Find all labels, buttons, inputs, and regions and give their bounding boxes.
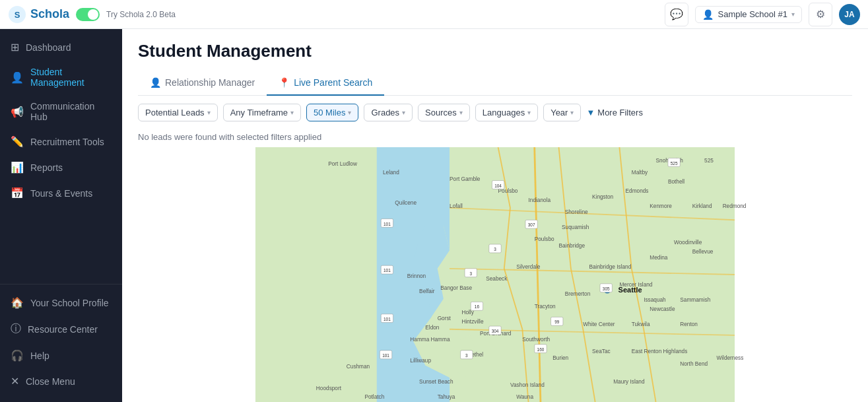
svg-text:Cushman: Cushman xyxy=(347,364,370,370)
svg-text:Maltby: Maltby xyxy=(632,170,648,176)
svg-text:Sammamish: Sammamish xyxy=(680,297,710,303)
sidebar-icon-tours-events: 📅 xyxy=(11,187,24,199)
settings-button[interactable]: ⚙ xyxy=(809,3,832,26)
svg-text:101: 101 xyxy=(384,268,391,273)
svg-text:Shoreline: Shoreline xyxy=(565,209,588,215)
logo[interactable]: S Schola xyxy=(8,5,69,24)
sidebar-icon-recruitment-tools: ✏️ xyxy=(11,135,24,148)
beta-toggle[interactable] xyxy=(76,8,100,21)
svg-text:Bainbridge: Bainbridge xyxy=(559,243,585,249)
tab-label-live-parent-search: Live Parent Search xyxy=(294,77,372,88)
svg-text:Kenmore: Kenmore xyxy=(650,203,672,209)
svg-text:3: 3 xyxy=(494,247,496,251)
svg-text:Burien: Burien xyxy=(552,355,568,361)
sidebar-item-student-management[interactable]: 👤 Student Management xyxy=(0,60,122,94)
svg-text:East Renton Highlands: East Renton Highlands xyxy=(632,349,688,354)
avatar[interactable]: JA xyxy=(839,4,860,25)
svg-text:Bangor Base: Bangor Base xyxy=(440,285,472,291)
sidebar-icon-reports: 📊 xyxy=(11,161,24,174)
svg-text:16: 16 xyxy=(475,304,480,309)
filter-year[interactable]: Year ▾ xyxy=(543,104,581,121)
filter-chevron-leads-type: ▾ xyxy=(207,109,211,116)
tabs: 👤 Relationship Manager 📍 Live Parent Sea… xyxy=(138,71,852,96)
filter-label-leads-type: Potential Leads xyxy=(145,108,205,117)
filter-timeframe[interactable]: Any Timeframe ▾ xyxy=(223,104,301,121)
layout: ⊞ Dashboard 👤 Student Management 📢 Commu… xyxy=(0,29,868,402)
svg-text:101: 101 xyxy=(384,317,391,321)
svg-text:Bainbridge Island: Bainbridge Island xyxy=(589,264,631,270)
sidebar-bottom: 🏠 Your School Profile ⓘ Resource Center … xyxy=(0,284,122,402)
filter-leads-type[interactable]: Potential Leads ▾ xyxy=(138,104,218,121)
sidebar-label-reports: Reports xyxy=(30,162,63,173)
map-container[interactable]: Snohomish 525 Maltby Bothell Edmonds Kin… xyxy=(122,147,868,402)
more-filters-label: More Filters xyxy=(597,108,643,117)
account-person-icon: 👤 xyxy=(702,9,714,20)
svg-text:Tahuya: Tahuya xyxy=(438,394,455,400)
sidebar-item-reports[interactable]: 📊 Reports xyxy=(0,154,122,180)
sidebar-icon-school-profile: 🏠 xyxy=(11,296,24,309)
sidebar-item-close-menu[interactable]: ✕ Close Menu xyxy=(0,368,122,394)
gear-icon: ⚙ xyxy=(816,8,825,20)
sidebar-item-resource-center[interactable]: ⓘ Resource Center xyxy=(0,316,122,343)
account-switcher[interactable]: 👤 Sample School #1 ▾ xyxy=(695,6,802,23)
svg-text:Port Ludlow: Port Ludlow xyxy=(328,161,357,167)
no-results-message: No leads were found with selected filter… xyxy=(122,129,868,147)
svg-text:Bellevue: Bellevue xyxy=(692,249,714,255)
svg-text:S: S xyxy=(15,10,20,20)
filter-chevron-timeframe: ▾ xyxy=(290,109,294,116)
account-chevron-icon: ▾ xyxy=(791,11,795,18)
sidebar-item-dashboard[interactable]: ⊞ Dashboard xyxy=(0,34,122,60)
more-filters-button[interactable]: ▼ More Filters xyxy=(586,108,643,117)
svg-text:Issaquah: Issaquah xyxy=(644,297,666,303)
svg-text:North Bend: North Bend xyxy=(680,361,708,367)
sidebar-item-school-profile[interactable]: 🏠 Your School Profile xyxy=(0,290,122,316)
sidebar-item-recruitment-tools[interactable]: ✏️ Recruitment Tools xyxy=(0,129,122,154)
page-title: Student Management xyxy=(138,41,852,61)
sidebar-item-communication-hub[interactable]: 📢 Communication Hub xyxy=(0,94,122,129)
main-header: Student Management 👤 Relationship Manage… xyxy=(122,29,868,96)
sidebar-label-recruitment-tools: Recruitment Tools xyxy=(30,137,104,147)
filter-label-timeframe: Any Timeframe xyxy=(230,108,288,117)
svg-text:Medina: Medina xyxy=(650,255,668,261)
sidebar-label-school-profile: Your School Profile xyxy=(30,298,109,308)
sidebar-icon-close-menu: ✕ xyxy=(11,375,19,387)
svg-text:Port Gamble: Port Gamble xyxy=(450,176,481,182)
sidebar-icon-help: 🎧 xyxy=(11,349,24,362)
svg-text:99: 99 xyxy=(554,319,560,324)
tab-relationship-manager[interactable]: 👤 Relationship Manager xyxy=(138,71,267,96)
filter-sources[interactable]: Sources ▾ xyxy=(418,104,470,121)
sidebar-item-tours-events[interactable]: 📅 Tours & Events xyxy=(0,180,122,206)
sidebar-nav: ⊞ Dashboard 👤 Student Management 📢 Commu… xyxy=(0,29,122,284)
schola-logo-icon: S xyxy=(8,5,26,24)
svg-text:Suquamish: Suquamish xyxy=(562,224,589,230)
svg-text:Maury Island: Maury Island xyxy=(613,379,645,385)
filter-grades[interactable]: Grades ▾ xyxy=(364,104,413,121)
chat-button[interactable]: 💬 xyxy=(665,3,688,26)
filter-chevron-languages: ▾ xyxy=(527,109,531,116)
filter-icon: ▼ xyxy=(586,108,595,117)
tab-live-parent-search[interactable]: 📍 Live Parent Search xyxy=(267,71,384,96)
filter-label-grades: Grades xyxy=(371,108,399,117)
svg-text:104: 104 xyxy=(494,184,502,188)
svg-text:Hintzville: Hintzville xyxy=(461,319,483,325)
svg-text:Kirkland: Kirkland xyxy=(692,203,712,209)
svg-text:Southworth: Southworth xyxy=(522,337,550,343)
chat-icon: 💬 xyxy=(670,8,683,20)
sidebar-label-help: Help xyxy=(30,351,50,361)
svg-text:Lofall: Lofall xyxy=(450,203,463,209)
svg-text:SeaTac: SeaTac xyxy=(592,349,611,354)
svg-text:Hoodsport: Hoodsport xyxy=(316,385,342,391)
svg-text:101: 101 xyxy=(382,353,389,358)
filter-distance[interactable]: 50 Miles ▾ xyxy=(306,104,358,121)
sidebar-label-tours-events: Tours & Events xyxy=(30,188,92,199)
sidebar-icon-resource-center: ⓘ xyxy=(11,322,21,336)
sidebar-item-help[interactable]: 🎧 Help xyxy=(0,343,122,368)
svg-text:Wilderness: Wilderness xyxy=(716,355,743,361)
sidebar: ⊞ Dashboard 👤 Student Management 📢 Commu… xyxy=(0,29,122,402)
filter-languages[interactable]: Languages ▾ xyxy=(475,104,538,121)
svg-text:101: 101 xyxy=(384,222,391,226)
filter-label-distance: 50 Miles xyxy=(314,108,345,117)
svg-text:Silverdale: Silverdale xyxy=(516,264,541,270)
svg-text:Seattle: Seattle xyxy=(618,286,642,294)
svg-text:Holly: Holly xyxy=(461,310,474,316)
